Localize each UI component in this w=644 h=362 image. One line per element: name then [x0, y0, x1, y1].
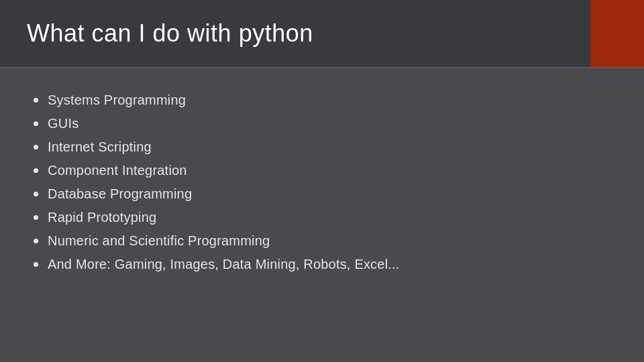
list-item: Database Programming	[34, 182, 610, 206]
list-item: And More: Gaming, Images, Data Mining, R…	[34, 253, 610, 276]
bullet-dot-icon	[34, 215, 38, 220]
list-item-text: GUIs	[48, 116, 78, 131]
bullet-dot-icon	[34, 239, 38, 243]
list-item-text: Internet Scripting	[48, 139, 152, 155]
list-item-text: Component Integration	[48, 163, 187, 178]
list-item: Internet Scripting	[34, 135, 610, 159]
slide-container: What can I do with python Systems Progra…	[0, 0, 644, 362]
bullet-dot-icon	[34, 121, 38, 126]
header-bar: What can I do with python	[0, 0, 644, 67]
list-item: GUIs	[34, 112, 610, 135]
list-item-text: Numeric and Scientific Programming	[48, 233, 270, 249]
bullet-dot-icon	[34, 98, 38, 103]
list-item-text: Rapid Prototyping	[48, 210, 156, 225]
list-item: Rapid Prototyping	[34, 206, 610, 229]
list-item: Numeric and Scientific Programming	[34, 229, 610, 253]
list-item-text: Database Programming	[48, 186, 192, 202]
content-area: Systems ProgrammingGUIsInternet Scriptin…	[0, 68, 644, 290]
bullet-dot-icon	[34, 262, 38, 267]
list-item-text: Systems Programming	[48, 93, 186, 108]
bullet-dot-icon	[34, 192, 38, 196]
list-item-text: And More: Gaming, Images, Data Mining, R…	[48, 257, 400, 272]
bullet-dot-icon	[34, 168, 38, 173]
slide-title: What can I do with python	[27, 19, 313, 48]
bullet-list: Systems ProgrammingGUIsInternet Scriptin…	[34, 88, 610, 276]
red-accent-block	[590, 0, 644, 67]
list-item: Systems Programming	[34, 88, 610, 112]
list-item: Component Integration	[34, 159, 610, 182]
bullet-dot-icon	[34, 145, 38, 149]
